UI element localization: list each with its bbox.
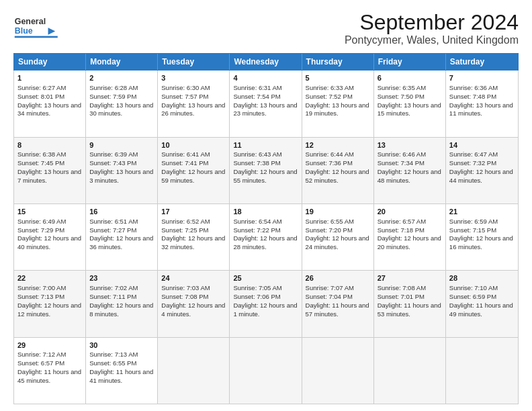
daylight-text: Daylight: 12 hours and 1 minute. (233, 302, 297, 318)
sunrise-text: Sunrise: 6:47 AM (449, 150, 498, 158)
calendar-cell (374, 338, 446, 404)
calendar-cell: 4Sunrise: 6:31 AMSunset: 7:54 PMDaylight… (230, 71, 302, 136)
daylight-text: Daylight: 13 hours and 19 minutes. (306, 101, 369, 118)
sunrise-text: Sunrise: 6:33 AM (306, 84, 354, 91)
sunset-text: Sunset: 7:15 PM (449, 226, 496, 234)
day-sunday: Sunday (14, 54, 86, 70)
daylight-text: Daylight: 12 hours and 52 minutes. (306, 168, 369, 184)
day-number: 3 (161, 73, 226, 83)
sunrise-text: Sunrise: 7:08 AM (378, 284, 426, 291)
sunrise-text: Sunrise: 6:36 AM (449, 84, 498, 91)
day-saturday: Saturday (446, 54, 518, 70)
calendar-cell (446, 338, 518, 404)
day-number: 6 (378, 73, 442, 83)
sunrise-text: Sunrise: 6:52 AM (161, 218, 210, 225)
sunrise-text: Sunrise: 7:13 AM (89, 351, 138, 358)
sunrise-text: Sunrise: 6:44 AM (306, 150, 354, 158)
sunset-text: Sunset: 7:13 PM (17, 293, 64, 300)
sunrise-text: Sunrise: 6:49 AM (17, 218, 66, 225)
day-tuesday: Tuesday (158, 54, 230, 70)
sunset-text: Sunset: 7:41 PM (161, 159, 208, 167)
day-number: 17 (161, 207, 226, 217)
sunset-text: Sunset: 7:11 PM (89, 293, 136, 300)
sunrise-text: Sunrise: 6:27 AM (17, 84, 66, 91)
calendar-cell (230, 338, 302, 404)
calendar-cell: 10Sunrise: 6:41 AMSunset: 7:41 PMDayligh… (158, 138, 230, 203)
daylight-text: Daylight: 12 hours and 28 minutes. (233, 234, 297, 250)
calendar-cell: 6Sunrise: 6:35 AMSunset: 7:50 PMDaylight… (374, 71, 446, 136)
sunset-text: Sunset: 7:32 PM (449, 159, 496, 167)
sunrise-text: Sunrise: 6:55 AM (306, 218, 354, 225)
daylight-text: Daylight: 13 hours and 34 minutes. (17, 101, 81, 118)
calendar-cell: 8Sunrise: 6:38 AMSunset: 7:45 PMDaylight… (14, 138, 86, 203)
day-number: 12 (306, 140, 370, 150)
logo-svg: General Blue (13, 11, 67, 41)
svg-text:Blue: Blue (15, 26, 33, 36)
calendar-body: 1Sunrise: 6:27 AMSunset: 8:01 PMDaylight… (13, 71, 519, 404)
logo: General Blue (13, 11, 67, 41)
sunset-text: Sunset: 6:59 PM (449, 293, 496, 300)
sunset-text: Sunset: 7:54 PM (233, 93, 280, 100)
sunrise-text: Sunrise: 7:02 AM (89, 284, 138, 291)
svg-marker-2 (48, 28, 56, 35)
day-number: 24 (161, 273, 226, 283)
daylight-text: Daylight: 12 hours and 48 minutes. (378, 168, 441, 184)
day-number: 27 (378, 273, 442, 283)
sunset-text: Sunset: 7:36 PM (306, 159, 353, 167)
calendar-cell: 3Sunrise: 6:30 AMSunset: 7:57 PMDaylight… (158, 71, 230, 136)
calendar-cell: 18Sunrise: 6:54 AMSunset: 7:22 PMDayligh… (230, 204, 302, 270)
day-friday: Friday (374, 54, 446, 70)
sunset-text: Sunset: 7:25 PM (161, 226, 208, 234)
daylight-text: Daylight: 11 hours and 41 minutes. (89, 368, 153, 384)
calendar-week-row: 22Sunrise: 7:00 AMSunset: 7:13 PMDayligh… (14, 271, 518, 337)
calendar-week-row: 15Sunrise: 6:49 AMSunset: 7:29 PMDayligh… (14, 204, 518, 271)
day-number: 8 (17, 140, 82, 150)
sunrise-text: Sunrise: 7:07 AM (306, 284, 354, 291)
sunset-text: Sunset: 7:06 PM (233, 293, 280, 300)
day-number: 28 (449, 273, 515, 283)
day-number: 30 (89, 340, 154, 351)
sunrise-text: Sunrise: 6:28 AM (89, 84, 138, 91)
sunset-text: Sunset: 6:55 PM (89, 359, 136, 367)
calendar-cell: 7Sunrise: 6:36 AMSunset: 7:48 PMDaylight… (446, 71, 518, 136)
day-number: 14 (449, 140, 515, 150)
daylight-text: Daylight: 12 hours and 59 minutes. (161, 168, 225, 184)
day-number: 25 (233, 273, 298, 283)
calendar-cell: 13Sunrise: 6:46 AMSunset: 7:34 PMDayligh… (374, 138, 446, 203)
calendar-header: Sunday Monday Tuesday Wednesday Thursday… (13, 53, 519, 71)
calendar-cell: 25Sunrise: 7:05 AMSunset: 7:06 PMDayligh… (230, 271, 302, 336)
daylight-text: Daylight: 12 hours and 55 minutes. (233, 168, 297, 184)
calendar-page: General Blue September 2024 Pontycymer, … (0, 0, 532, 411)
calendar-cell: 19Sunrise: 6:55 AMSunset: 7:20 PMDayligh… (302, 204, 374, 270)
sunrise-text: Sunrise: 7:03 AM (161, 284, 210, 291)
daylight-text: Daylight: 12 hours and 44 minutes. (449, 168, 513, 184)
sunrise-text: Sunrise: 6:38 AM (17, 150, 66, 158)
calendar-cell: 9Sunrise: 6:39 AMSunset: 7:43 PMDaylight… (86, 138, 158, 203)
sunrise-text: Sunrise: 6:43 AM (233, 150, 281, 158)
sunrise-text: Sunrise: 7:10 AM (449, 284, 498, 291)
day-number: 19 (306, 207, 370, 217)
day-number: 4 (233, 73, 298, 83)
daylight-text: Daylight: 13 hours and 15 minutes. (378, 101, 441, 118)
daylight-text: Daylight: 13 hours and 7 minutes. (17, 168, 81, 184)
day-number: 2 (89, 73, 154, 83)
daylight-text: Daylight: 13 hours and 23 minutes. (233, 101, 297, 118)
day-number: 15 (17, 207, 82, 217)
sunset-text: Sunset: 7:27 PM (89, 226, 136, 234)
daylight-text: Daylight: 12 hours and 8 minutes. (89, 302, 153, 318)
day-number: 5 (306, 73, 370, 83)
day-number: 10 (161, 140, 226, 150)
calendar-week-row: 8Sunrise: 6:38 AMSunset: 7:45 PMDaylight… (14, 138, 518, 204)
sunrise-text: Sunrise: 7:05 AM (233, 284, 281, 291)
sunrise-text: Sunrise: 6:46 AM (378, 150, 426, 158)
daylight-text: Daylight: 12 hours and 4 minutes. (161, 302, 225, 318)
daylight-text: Daylight: 13 hours and 11 minutes. (449, 101, 513, 118)
daylight-text: Daylight: 12 hours and 36 minutes. (89, 234, 153, 250)
day-number: 16 (89, 207, 154, 217)
daylight-text: Daylight: 12 hours and 12 minutes. (17, 302, 81, 318)
daylight-text: Daylight: 11 hours and 49 minutes. (449, 302, 513, 318)
daylight-text: Daylight: 13 hours and 30 minutes. (89, 101, 153, 118)
sunrise-text: Sunrise: 7:00 AM (17, 284, 66, 291)
calendar-cell: 12Sunrise: 6:44 AMSunset: 7:36 PMDayligh… (302, 138, 374, 203)
sunrise-text: Sunrise: 7:12 AM (17, 351, 66, 358)
